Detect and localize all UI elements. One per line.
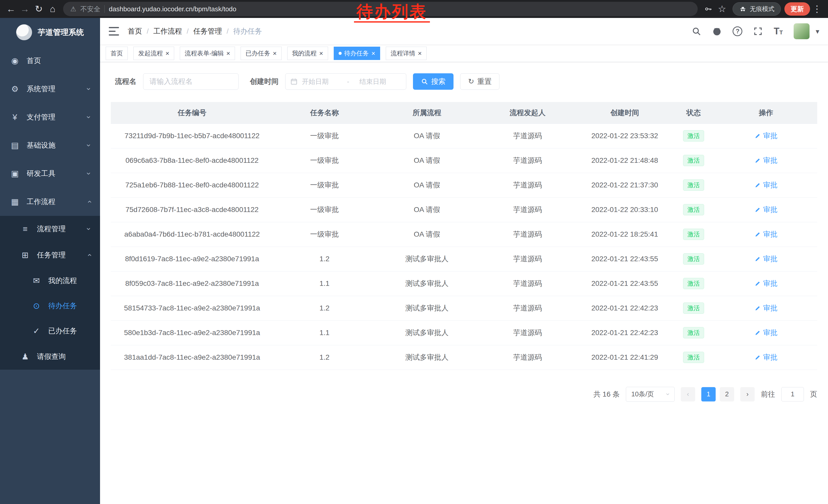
tab-close-icon[interactable]: ×	[418, 50, 422, 57]
approve-link[interactable]: 审批	[754, 180, 778, 190]
tab-3[interactable]: 已办任务×	[241, 47, 281, 60]
edit-pen-icon	[754, 231, 761, 238]
sidebar-item-process-mgmt[interactable]: ≡ 流程管理 ›	[0, 216, 100, 242]
status-cell: 激活	[672, 148, 715, 173]
column-header: 创建时间	[577, 102, 672, 124]
tab-close-icon[interactable]: ×	[165, 50, 169, 57]
sidebar-item-my-process[interactable]: ✉ 我的流程	[0, 268, 100, 293]
table-row: 8f059c03-7ac8-11ec-a9e2-a2380e71991a1.1测…	[111, 271, 817, 296]
browser-back-icon[interactable]: ←	[4, 2, 18, 16]
tab-close-icon[interactable]: ×	[273, 50, 277, 57]
sidebar-item-workflow[interactable]: ▦ 工作流程 ›	[0, 188, 100, 216]
starter-cell: 芋道源码	[478, 222, 577, 246]
sidebar-item-system-mgmt[interactable]: ⚙ 系统管理 ›	[0, 75, 100, 103]
tab-label: 已办任务	[245, 49, 270, 57]
tab-4[interactable]: 我的流程×	[287, 47, 328, 60]
table-row: 58154733-7ac8-11ec-a9e2-a2380e71991a1.2测…	[111, 296, 817, 320]
browser-reload-icon[interactable]: ↻	[32, 2, 46, 16]
app-logo[interactable]: 芋道管理系统	[0, 18, 100, 47]
action-cell: 审批	[715, 345, 817, 370]
font-size-icon[interactable]: TT	[774, 27, 783, 36]
active-tab-dot	[339, 52, 342, 55]
tab-5[interactable]: 待办任务×	[334, 47, 380, 60]
sidebar-item-todo-task[interactable]: ⊙ 待办任务	[0, 293, 100, 318]
sidebar-item-dev-tools[interactable]: ▣ 研发工具 ›	[0, 159, 100, 188]
approve-link[interactable]: 审批	[754, 328, 778, 338]
goto-label: 前往	[761, 390, 775, 399]
search-button[interactable]: 搜索	[413, 73, 454, 90]
prev-page-button[interactable]: ‹	[681, 387, 695, 402]
task-id-cell: 8f0d1619-7ac8-11ec-a9e2-a2380e71991a	[111, 246, 273, 271]
approve-link[interactable]: 审批	[754, 303, 778, 313]
status-badge: 激活	[683, 278, 704, 289]
next-page-button[interactable]: ›	[740, 387, 755, 402]
status-cell: 激活	[672, 173, 715, 197]
chevron-down-icon: ›	[85, 228, 93, 230]
goto-page-input[interactable]	[781, 387, 804, 402]
sidebar-item-leave-query[interactable]: ♟ 请假查询	[0, 343, 100, 370]
update-button[interactable]: 更新	[784, 2, 810, 16]
process-name-input[interactable]	[143, 73, 239, 90]
page-size-select[interactable]: 10条/页 ›	[626, 387, 675, 402]
page-button-1[interactable]: 1	[701, 387, 716, 402]
user-avatar[interactable]	[794, 23, 810, 39]
help-icon[interactable]: ?	[733, 27, 742, 36]
action-cell: 审批	[715, 271, 817, 296]
task-name-cell: 一级审批	[273, 148, 376, 173]
date-range-picker[interactable]: 开始日期 - 结束日期	[285, 73, 406, 90]
tab-close-icon[interactable]: ×	[226, 50, 230, 57]
pager-pages: 12	[701, 387, 734, 402]
approve-link[interactable]: 审批	[754, 155, 778, 165]
breadcrumb-item[interactable]: 工作流程	[153, 27, 182, 36]
tab-close-icon[interactable]: ×	[371, 50, 375, 57]
fullscreen-icon[interactable]	[753, 27, 763, 36]
action-cell: 审批	[715, 148, 817, 173]
approve-label: 审批	[763, 303, 778, 313]
approve-link[interactable]: 审批	[754, 279, 778, 288]
sidebar-item-infrastructure[interactable]: ▤ 基础设施 ›	[0, 131, 100, 159]
status-cell: 激活	[672, 271, 715, 296]
approve-link[interactable]: 审批	[754, 205, 778, 215]
sidebar-item-label: 我的流程	[48, 276, 77, 286]
key-icon[interactable]	[701, 2, 715, 16]
create-time-cell: 2022-01-21 22:42:23	[577, 320, 672, 345]
page-button-2[interactable]: 2	[720, 387, 734, 402]
github-icon[interactable]	[712, 27, 722, 36]
end-date-placeholder[interactable]: 结束日期	[353, 77, 401, 86]
incognito-badge: 无痕模式	[733, 2, 781, 16]
tab-1[interactable]: 发起流程×	[133, 47, 174, 60]
sidebar-item-home[interactable]: ◉ 首页	[0, 47, 100, 75]
sidebar-toggle-icon[interactable]	[109, 27, 119, 36]
browser-home-icon[interactable]: ⌂	[46, 2, 59, 16]
avatar-caret-icon[interactable]: ▾	[816, 27, 819, 36]
tab-2[interactable]: 流程表单-编辑×	[180, 47, 235, 60]
approve-link[interactable]: 审批	[754, 131, 778, 141]
approve-link[interactable]: 审批	[754, 254, 778, 264]
sidebar-item-payment-mgmt[interactable]: ¥ 支付管理 ›	[0, 103, 100, 131]
star-icon[interactable]: ☆	[715, 2, 729, 16]
search-button-label: 搜索	[431, 77, 446, 86]
sidebar-item-label: 已办任务	[48, 326, 77, 336]
reset-button[interactable]: ↻ 重置	[460, 73, 499, 90]
sidebar-item-task-mgmt[interactable]: ⊞ 任务管理 ›	[0, 242, 100, 268]
total-count-label: 共 16 条	[593, 390, 620, 399]
sidebar-item-done-task[interactable]: ✓ 已办任务	[0, 318, 100, 343]
chevron-down-icon: ›	[85, 172, 93, 175]
tab-6[interactable]: 流程详情×	[386, 47, 426, 60]
tab-close-icon[interactable]: ×	[319, 50, 323, 57]
status-cell: 激活	[672, 246, 715, 271]
approve-label: 审批	[763, 229, 778, 239]
start-date-placeholder[interactable]: 开始日期	[302, 77, 343, 86]
breadcrumb-item[interactable]: 首页	[128, 27, 142, 36]
search-icon[interactable]	[692, 27, 701, 36]
tab-0[interactable]: 首页	[106, 47, 128, 60]
breadcrumb-item[interactable]: 任务管理	[194, 27, 222, 36]
approve-link[interactable]: 审批	[754, 229, 778, 239]
column-header: 流程发起人	[478, 102, 577, 124]
approve-link[interactable]: 审批	[754, 353, 778, 362]
browser-menu-icon[interactable]: ⋮	[810, 2, 824, 16]
breadcrumb-separator: /	[227, 27, 229, 35]
table-body: 73211d9d-7b9b-11ec-b5b7-acde48001122一级审批…	[111, 124, 817, 370]
annotation-text: 待办列表	[354, 3, 430, 22]
browser-forward-icon[interactable]: →	[18, 2, 32, 16]
